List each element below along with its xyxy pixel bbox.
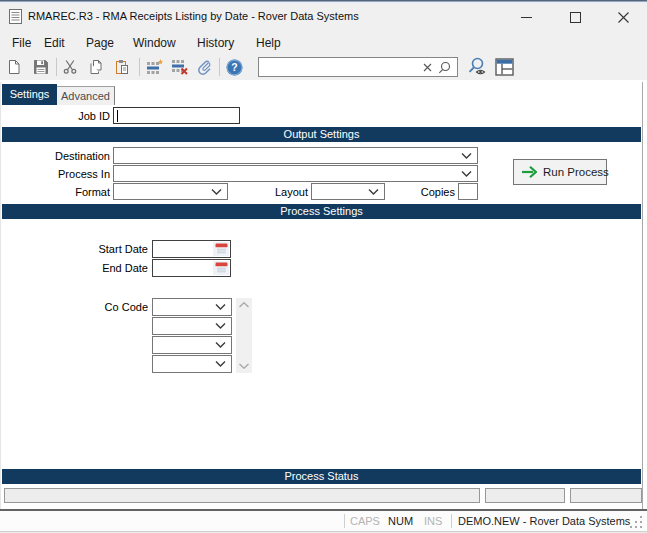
section-process-status: Process Status (2, 469, 641, 484)
tab-advanced[interactable]: Advanced (57, 86, 115, 105)
search-input[interactable] (262, 59, 422, 75)
co-code-scrollbar[interactable] (236, 298, 252, 373)
close-button[interactable] (601, 3, 646, 31)
process-status-panel-2 (485, 488, 565, 503)
minimize-icon (521, 12, 532, 23)
grid-view-icon (495, 58, 514, 76)
copies-field[interactable] (458, 183, 478, 200)
new-document-button[interactable] (6, 59, 22, 75)
connection-status: DEMO.NEW - Rover Data Systems (458, 515, 630, 527)
resize-grip[interactable] (640, 521, 642, 523)
co-code-combobox-3[interactable] (152, 336, 232, 354)
resize-grip[interactable] (635, 526, 637, 528)
chevron-down-icon (215, 361, 226, 367)
help-button[interactable]: ? (226, 59, 242, 75)
maximize-icon (570, 12, 581, 23)
process-in-combobox[interactable] (113, 165, 478, 182)
start-date-calendar-button[interactable] (213, 242, 229, 256)
window-icon (9, 9, 22, 24)
destination-label: Destination (0, 150, 110, 162)
resize-grip[interactable] (640, 516, 642, 518)
section-output-settings: Output Settings (2, 127, 641, 142)
copies-label: Copies (405, 186, 455, 198)
insert-row-button[interactable] (146, 59, 162, 75)
paste-icon (114, 59, 130, 75)
caps-indicator: CAPS (350, 515, 380, 527)
resize-grip[interactable] (640, 526, 642, 528)
destination-combobox[interactable] (113, 147, 478, 164)
status-separator (451, 514, 452, 528)
job-id-field[interactable] (113, 107, 240, 124)
menu-page[interactable]: Page (86, 36, 114, 50)
toolbar-separator (56, 58, 57, 76)
cut-icon (62, 59, 78, 75)
run-process-label: Run Process (543, 166, 609, 178)
toolbar-separator (139, 58, 140, 76)
process-status-panel-1 (4, 488, 480, 503)
app-window: RMAREC.R3 - RMA Receipts Listing by Date… (0, 0, 647, 533)
chevron-down-icon (461, 153, 472, 159)
co-code-label: Co Code (0, 301, 148, 313)
delete-row-icon (171, 59, 188, 75)
menu-edit[interactable]: Edit (44, 36, 65, 50)
calendar-icon (215, 243, 228, 255)
save-button[interactable] (33, 59, 49, 75)
menu-window[interactable]: Window (133, 36, 176, 50)
scroll-down-icon[interactable] (239, 363, 249, 369)
resize-grip[interactable] (635, 521, 637, 523)
run-process-button[interactable]: Run Process (513, 159, 607, 185)
search-icon[interactable] (438, 61, 451, 74)
chevron-down-icon (368, 189, 379, 195)
ins-indicator: INS (424, 515, 442, 527)
chevron-down-icon (461, 171, 472, 177)
format-label: Format (0, 186, 110, 198)
save-icon (33, 59, 49, 75)
start-date-field[interactable] (152, 240, 231, 258)
delete-row-button[interactable] (171, 59, 187, 75)
co-code-combobox-2[interactable] (152, 317, 232, 335)
start-date-label: Start Date (0, 243, 148, 255)
menu-help[interactable]: Help (256, 36, 281, 50)
run-arrow-icon (522, 166, 537, 178)
menu-file[interactable]: File (12, 36, 31, 50)
process-in-label: Process In (0, 168, 110, 180)
maximize-button[interactable] (553, 3, 598, 31)
format-combobox[interactable] (113, 183, 228, 200)
copy-button[interactable] (88, 59, 104, 75)
chevron-down-icon (215, 342, 226, 348)
end-date-calendar-button[interactable] (213, 261, 229, 275)
menu-history[interactable]: History (197, 36, 234, 50)
calendar-icon (215, 262, 228, 274)
attachment-button[interactable] (196, 59, 212, 75)
find-view-button[interactable] (466, 57, 488, 77)
co-code-combobox-1[interactable] (152, 298, 232, 316)
cut-button[interactable] (62, 59, 78, 75)
attachment-icon (196, 59, 213, 76)
end-date-label: End Date (0, 262, 148, 274)
paste-button[interactable] (114, 59, 130, 75)
svg-text:?: ? (231, 61, 237, 73)
copy-icon (88, 59, 104, 75)
process-status-panel-3 (570, 488, 642, 503)
end-date-field[interactable] (152, 259, 231, 277)
minimize-button[interactable] (504, 3, 549, 31)
scroll-up-icon[interactable] (239, 302, 249, 308)
section-process-settings: Process Settings (2, 204, 641, 219)
layout-combobox[interactable] (311, 183, 385, 200)
num-indicator: NUM (388, 515, 413, 527)
chevron-down-icon (211, 189, 222, 195)
job-id-label: Job ID (0, 110, 110, 122)
co-code-combobox-4[interactable] (152, 355, 232, 373)
grid-view-button[interactable] (495, 58, 514, 76)
clear-search-icon[interactable] (423, 63, 432, 72)
window-title: RMAREC.R3 - RMA Receipts Listing by Date… (28, 10, 359, 22)
resize-grip[interactable] (630, 526, 632, 528)
status-separator (344, 514, 345, 528)
close-icon (618, 12, 629, 23)
new-document-icon (6, 59, 22, 75)
tab-settings[interactable]: Settings (2, 84, 57, 105)
toolbar-separator (219, 58, 220, 76)
find-view-icon (466, 57, 488, 77)
content-right-border (642, 82, 643, 510)
toolbar-search (258, 57, 458, 77)
